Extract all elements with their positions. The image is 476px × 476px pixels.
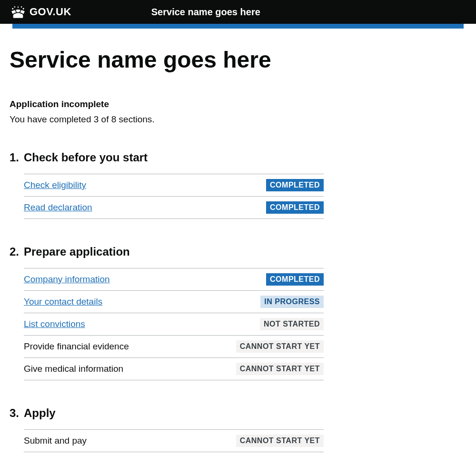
status-heading: Application incomplete bbox=[10, 99, 447, 109]
status-badge: NOT STARTED bbox=[260, 318, 324, 330]
task-text-submit-pay: Submit and pay bbox=[24, 436, 87, 446]
task-row: List convictions NOT STARTED bbox=[24, 313, 324, 336]
page-title: Service name goes here bbox=[10, 48, 447, 73]
task-row: Submit and pay CANNOT START YET bbox=[24, 430, 324, 452]
main-content: Service name goes here Application incom… bbox=[0, 48, 457, 452]
task-text-medical-information: Give medical information bbox=[24, 364, 123, 374]
status-badge: CANNOT START YET bbox=[236, 435, 324, 447]
task-text-financial-evidence: Provide financial evidence bbox=[24, 341, 129, 352]
status-badge: IN PROGRESS bbox=[260, 296, 324, 308]
task-row: Company information COMPLETED bbox=[24, 268, 324, 291]
task-row: Give medical information CANNOT START YE… bbox=[24, 358, 324, 380]
task-list: Submit and pay CANNOT START YET bbox=[24, 429, 324, 452]
section-title: Check before you start bbox=[10, 151, 324, 164]
status-badge: CANNOT START YET bbox=[236, 340, 324, 353]
task-row: Provide financial evidence CANNOT START … bbox=[24, 336, 324, 358]
task-link-check-eligibility[interactable]: Check eligibility bbox=[24, 180, 86, 190]
section-3: Apply Submit and pay CANNOT START YET bbox=[10, 407, 324, 452]
govuk-logo-text: GOV.UK bbox=[30, 6, 71, 18]
blue-bar bbox=[12, 24, 464, 29]
status-text: You have completed 3 of 8 sections. bbox=[10, 114, 447, 125]
status-badge: COMPLETED bbox=[266, 273, 324, 286]
status-badge: COMPLETED bbox=[266, 201, 324, 214]
section-title: Apply bbox=[10, 407, 324, 420]
header: GOV.UK Service name goes here bbox=[0, 0, 476, 24]
sections-list: Check before you start Check eligibility… bbox=[10, 151, 324, 452]
crown-icon bbox=[10, 5, 27, 19]
section-title: Prepare application bbox=[10, 245, 324, 258]
task-link-list-convictions[interactable]: List convictions bbox=[24, 319, 85, 329]
task-row: Your contact details IN PROGRESS bbox=[24, 291, 324, 313]
task-list: Check eligibility COMPLETED Read declara… bbox=[24, 174, 324, 219]
status-badge: CANNOT START YET bbox=[236, 363, 324, 375]
task-link-company-information[interactable]: Company information bbox=[24, 274, 110, 285]
task-link-contact-details[interactable]: Your contact details bbox=[24, 297, 102, 307]
govuk-logo-link[interactable]: GOV.UK bbox=[10, 5, 71, 19]
section-2: Prepare application Company information … bbox=[10, 245, 324, 380]
task-link-read-declaration[interactable]: Read declaration bbox=[24, 202, 92, 213]
task-list: Company information COMPLETED Your conta… bbox=[24, 268, 324, 380]
section-1: Check before you start Check eligibility… bbox=[10, 151, 324, 219]
task-row: Check eligibility COMPLETED bbox=[24, 174, 324, 197]
service-name-link[interactable]: Service name goes here bbox=[151, 7, 260, 18]
task-row: Read declaration COMPLETED bbox=[24, 197, 324, 219]
status-badge: COMPLETED bbox=[266, 179, 324, 191]
